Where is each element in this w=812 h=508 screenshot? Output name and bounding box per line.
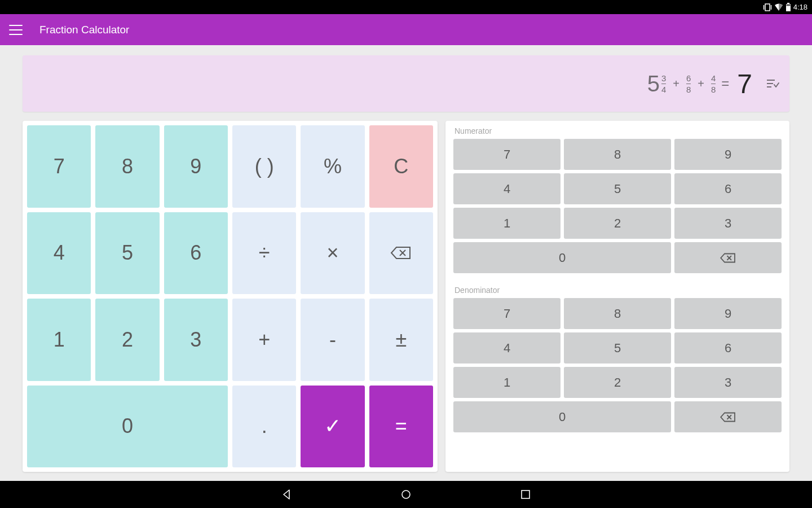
menu-icon[interactable] [9,25,23,35]
equals-sign: = [721,76,729,91]
num-key-4[interactable]: 4 [453,173,561,204]
history-menu-icon[interactable] [766,78,779,89]
key-percent[interactable]: % [301,125,364,208]
expression-display: 5 3 4 + 6 8 + 4 8 = 7 [23,55,789,112]
nav-back-icon[interactable] [280,488,293,501]
svg-rect-0 [765,4,770,11]
term-1-denominator: 4 [661,84,666,94]
key-9[interactable]: 9 [164,125,228,208]
keypad-panels: 7 8 9 ( ) % C 4 5 6 ÷ × 1 2 3 [23,121,789,472]
svg-point-15 [402,491,410,498]
den-key-6[interactable]: 6 [674,332,782,364]
nav-home-icon[interactable] [400,488,412,501]
key-6[interactable]: 6 [164,212,228,295]
key-7[interactable]: 7 [27,125,91,208]
key-plus[interactable]: + [232,299,296,381]
num-key-0[interactable]: 0 [453,242,671,273]
expression: 5 3 4 + 6 8 + 4 8 = 7 [647,68,752,99]
term-1-whole: 5 [647,72,660,95]
key-4[interactable]: 4 [27,212,91,295]
term-3-denominator: 8 [711,84,716,94]
key-minus[interactable]: - [301,299,364,381]
svg-rect-16 [522,491,529,498]
key-parentheses[interactable]: ( ) [232,125,296,208]
num-key-2[interactable]: 2 [564,208,671,239]
key-0[interactable]: 0 [27,386,228,468]
num-key-6[interactable]: 6 [674,173,782,204]
numerator-group: Numerator 7 8 9 4 5 6 1 2 3 0 [453,125,782,273]
term-1: 5 3 4 [647,72,667,95]
key-1[interactable]: 1 [27,299,91,381]
den-key-8[interactable]: 8 [564,298,671,329]
app-bar: Fraction Calculator [0,14,812,45]
nav-recent-icon[interactable] [519,488,532,501]
num-key-backspace[interactable] [674,242,782,273]
term-3: 4 8 [711,74,716,94]
den-key-backspace[interactable] [674,401,782,432]
key-dot[interactable]: . [232,386,296,468]
app-title: Fraction Calculator [39,24,129,36]
term-2: 6 8 [686,74,691,94]
key-2[interactable]: 2 [95,299,159,381]
operator-2: + [696,77,705,90]
android-nav-bar [0,481,812,508]
result-value: 7 [735,68,752,99]
android-status-bar: 4:18 [0,0,812,14]
num-key-3[interactable]: 3 [674,208,782,239]
den-key-9[interactable]: 9 [674,298,782,329]
term-2-numerator: 6 [686,74,691,84]
num-key-1[interactable]: 1 [453,208,561,239]
key-plusminus[interactable]: ± [369,299,433,381]
den-key-4[interactable]: 4 [453,332,561,364]
key-multiply[interactable]: × [301,212,364,295]
main-keypad: 7 8 9 ( ) % C 4 5 6 ÷ × 1 2 3 [23,121,438,472]
den-key-3[interactable]: 3 [674,367,782,398]
battery-icon [785,3,791,11]
term-1-fraction: 3 4 [661,74,666,94]
den-key-1[interactable]: 1 [453,367,561,398]
denominator-group: Denominator 7 8 9 4 5 6 1 2 3 0 [453,284,782,432]
wifi-icon [774,3,783,11]
term-1-numerator: 3 [661,74,666,84]
num-key-5[interactable]: 5 [564,173,671,204]
key-5[interactable]: 5 [95,212,159,295]
num-key-8[interactable]: 8 [564,139,671,170]
den-key-5[interactable]: 5 [564,332,671,364]
operator-1: + [672,77,681,90]
numerator-label: Numerator [453,125,782,139]
den-key-0[interactable]: 0 [453,401,671,432]
term-3-numerator: 4 [711,74,716,84]
vibrate-icon [763,3,772,11]
key-equals[interactable]: = [369,386,433,468]
key-backspace[interactable] [369,212,433,295]
key-3[interactable]: 3 [164,299,228,381]
num-key-9[interactable]: 9 [674,139,782,170]
fraction-keypad: Numerator 7 8 9 4 5 6 1 2 3 0 [445,121,789,472]
status-time: 4:18 [793,3,807,11]
den-key-2[interactable]: 2 [564,367,671,398]
svg-rect-5 [786,5,790,6]
den-key-7[interactable]: 7 [453,298,561,329]
key-8[interactable]: 8 [95,125,159,208]
key-clear[interactable]: C [369,125,433,208]
term-2-denominator: 8 [686,84,691,94]
key-divide[interactable]: ÷ [232,212,296,295]
num-key-7[interactable]: 7 [453,139,561,170]
key-check[interactable]: ✓ [301,386,364,468]
denominator-label: Denominator [453,284,782,298]
svg-rect-3 [787,3,789,4]
content-area: 5 3 4 + 6 8 + 4 8 = 7 [0,45,812,481]
